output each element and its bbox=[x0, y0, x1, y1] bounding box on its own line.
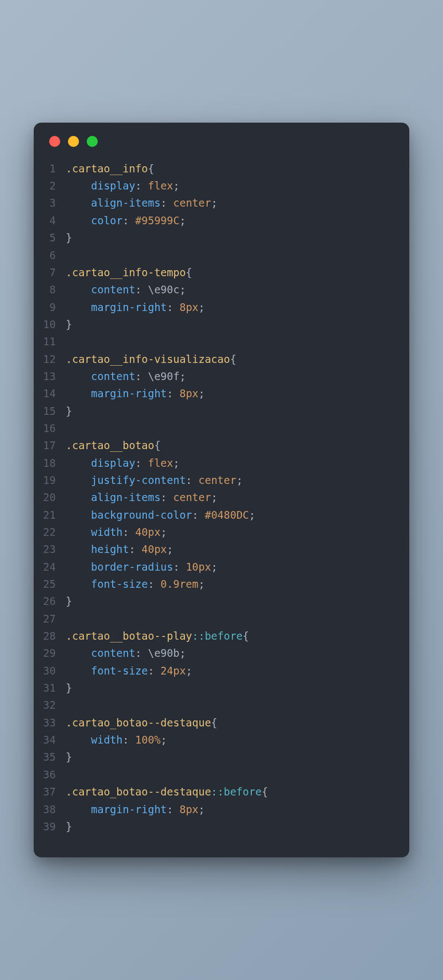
line-content: .cartao__info{ bbox=[66, 160, 398, 177]
line-number: 27 bbox=[39, 610, 66, 628]
line-content: } bbox=[66, 593, 398, 610]
code-line[interactable]: 22 width: 40px; bbox=[39, 524, 398, 541]
line-number: 1 bbox=[39, 160, 66, 177]
close-icon[interactable] bbox=[49, 136, 60, 147]
code-line[interactable]: 32 bbox=[39, 697, 398, 714]
line-content bbox=[66, 420, 398, 437]
line-number: 37 bbox=[39, 783, 66, 800]
line-number: 3 bbox=[39, 194, 66, 212]
line-number: 25 bbox=[39, 576, 66, 593]
line-content: content: \e90c; bbox=[66, 281, 398, 298]
code-line[interactable]: 10} bbox=[39, 316, 398, 333]
line-content: .cartao__botao--play::before{ bbox=[66, 628, 398, 645]
line-content bbox=[66, 766, 398, 783]
line-content: align-items: center; bbox=[66, 194, 398, 212]
code-line[interactable]: 9 margin-right: 8px; bbox=[39, 299, 398, 316]
line-number: 11 bbox=[39, 333, 66, 350]
line-content: justify-content: center; bbox=[66, 472, 398, 489]
code-line[interactable]: 34 width: 100%; bbox=[39, 731, 398, 749]
code-line[interactable]: 37.cartao_botao--destaque::before{ bbox=[39, 783, 398, 800]
line-number: 7 bbox=[39, 264, 66, 281]
code-line[interactable]: 16 bbox=[39, 420, 398, 437]
line-number: 38 bbox=[39, 801, 66, 818]
line-content: width: 40px; bbox=[66, 524, 398, 541]
code-line[interactable]: 1.cartao__info{ bbox=[39, 160, 398, 177]
line-number: 4 bbox=[39, 212, 66, 229]
code-line[interactable]: 26} bbox=[39, 593, 398, 610]
line-content: .cartao__info-tempo{ bbox=[66, 264, 398, 281]
line-number: 8 bbox=[39, 281, 66, 298]
code-line[interactable]: 21 background-color: #0480DC; bbox=[39, 507, 398, 524]
code-line[interactable]: 31} bbox=[39, 679, 398, 697]
line-number: 9 bbox=[39, 299, 66, 316]
code-line[interactable]: 17.cartao__botao{ bbox=[39, 437, 398, 454]
code-line[interactable]: 6 bbox=[39, 247, 398, 264]
code-line[interactable]: 25 font-size: 0.9rem; bbox=[39, 576, 398, 593]
line-content: .cartao_botao--destaque::before{ bbox=[66, 783, 398, 800]
code-line[interactable]: 29 content: \e90b; bbox=[39, 645, 398, 662]
code-line[interactable]: 13 content: \e90f; bbox=[39, 368, 398, 385]
line-content: margin-right: 8px; bbox=[66, 385, 398, 402]
line-number: 6 bbox=[39, 247, 66, 264]
code-line[interactable]: 30 font-size: 24px; bbox=[39, 662, 398, 679]
line-content: margin-right: 8px; bbox=[66, 299, 398, 316]
line-content: } bbox=[66, 679, 398, 697]
code-line[interactable]: 18 display: flex; bbox=[39, 455, 398, 472]
line-content: content: \e90f; bbox=[66, 368, 398, 385]
line-number: 5 bbox=[39, 229, 66, 246]
line-number: 15 bbox=[39, 403, 66, 420]
code-line[interactable]: 2 display: flex; bbox=[39, 177, 398, 194]
code-line[interactable]: 7.cartao__info-tempo{ bbox=[39, 264, 398, 281]
code-line[interactable]: 19 justify-content: center; bbox=[39, 472, 398, 489]
line-content bbox=[66, 697, 398, 714]
line-number: 17 bbox=[39, 437, 66, 454]
code-line[interactable]: 27 bbox=[39, 610, 398, 628]
line-number: 26 bbox=[39, 593, 66, 610]
code-line[interactable]: 23 height: 40px; bbox=[39, 541, 398, 558]
line-number: 28 bbox=[39, 628, 66, 645]
code-line[interactable]: 3 align-items: center; bbox=[39, 194, 398, 212]
line-content: height: 40px; bbox=[66, 541, 398, 558]
line-content: .cartao__info-visualizacao{ bbox=[66, 351, 398, 368]
code-line[interactable]: 38 margin-right: 8px; bbox=[39, 801, 398, 818]
line-number: 33 bbox=[39, 714, 66, 731]
code-line[interactable]: 24 border-radius: 10px; bbox=[39, 559, 398, 576]
line-content: } bbox=[66, 316, 398, 333]
line-number: 12 bbox=[39, 351, 66, 368]
line-content: .cartao_botao--destaque{ bbox=[66, 714, 398, 731]
code-line[interactable]: 12.cartao__info-visualizacao{ bbox=[39, 351, 398, 368]
code-line[interactable]: 39} bbox=[39, 818, 398, 835]
line-number: 16 bbox=[39, 420, 66, 437]
code-line[interactable]: 20 align-items: center; bbox=[39, 489, 398, 506]
line-content: border-radius: 10px; bbox=[66, 559, 398, 576]
line-number: 34 bbox=[39, 731, 66, 749]
code-line[interactable]: 4 color: #95999C; bbox=[39, 212, 398, 229]
line-content: font-size: 0.9rem; bbox=[66, 576, 398, 593]
code-line[interactable]: 35} bbox=[39, 749, 398, 766]
line-content: font-size: 24px; bbox=[66, 662, 398, 679]
line-number: 13 bbox=[39, 368, 66, 385]
code-line[interactable]: 14 margin-right: 8px; bbox=[39, 385, 398, 402]
maximize-icon[interactable] bbox=[87, 136, 98, 147]
code-line[interactable]: 15} bbox=[39, 403, 398, 420]
code-line[interactable]: 36 bbox=[39, 766, 398, 783]
line-number: 31 bbox=[39, 679, 66, 697]
code-line[interactable]: 28.cartao__botao--play::before{ bbox=[39, 628, 398, 645]
line-content: display: flex; bbox=[66, 455, 398, 472]
minimize-icon[interactable] bbox=[68, 136, 79, 147]
line-number: 10 bbox=[39, 316, 66, 333]
line-content: .cartao__botao{ bbox=[66, 437, 398, 454]
line-number: 36 bbox=[39, 766, 66, 783]
code-editor[interactable]: 1.cartao__info{2 display: flex;3 align-i… bbox=[34, 155, 409, 841]
line-number: 21 bbox=[39, 507, 66, 524]
code-line[interactable]: 33.cartao_botao--destaque{ bbox=[39, 714, 398, 731]
line-number: 32 bbox=[39, 697, 66, 714]
line-number: 2 bbox=[39, 177, 66, 194]
code-line[interactable]: 5} bbox=[39, 229, 398, 246]
code-line[interactable]: 8 content: \e90c; bbox=[39, 281, 398, 298]
line-content: align-items: center; bbox=[66, 489, 398, 506]
line-content: background-color: #0480DC; bbox=[66, 507, 398, 524]
line-content: color: #95999C; bbox=[66, 212, 398, 229]
line-number: 18 bbox=[39, 455, 66, 472]
code-line[interactable]: 11 bbox=[39, 333, 398, 350]
